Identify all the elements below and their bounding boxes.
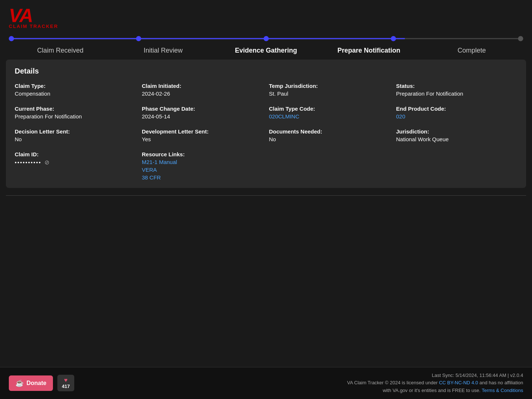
end-product-code-value: 020: [396, 113, 517, 120]
temp-jurisdiction-label: Temp Jurisdiction:: [269, 83, 390, 89]
claim-id-dots: ••••••••••: [15, 159, 42, 165]
detail-claim-id: Claim ID: •••••••••• ⊘: [15, 151, 136, 181]
step-label-3: Evidence Gathering: [215, 47, 318, 54]
header: VA CLAIM TRACKER: [0, 0, 532, 29]
details-title: Details: [15, 67, 517, 75]
current-phase-label: Current Phase:: [15, 106, 136, 112]
step-label-2: Initial Review: [112, 47, 215, 54]
detail-claim-initiated: Claim Initiated: 2024-02-26: [142, 83, 263, 97]
donate-label: Donate: [26, 380, 46, 386]
phase-change-date-value: 2024-05-14: [142, 113, 263, 120]
license-line: VA Claim Tracker © 2024 is licensed unde…: [347, 379, 523, 387]
footer: ☕ Donate ♥ 417 Last Sync: 5/14/2024, 11:…: [0, 367, 532, 399]
heart-count: 417: [62, 384, 70, 389]
progress-section: Claim Received Initial Review Evidence G…: [0, 34, 532, 60]
coffee-icon: ☕: [15, 379, 24, 387]
claim-id-label: Claim ID:: [15, 151, 136, 157]
detail-current-phase: Current Phase: Preparation For Notificat…: [15, 106, 136, 120]
details-card: Details Claim Type: Compensation Claim I…: [6, 60, 526, 188]
footer-line2-text: with VA.gov or it's entities and is FREE…: [383, 388, 481, 393]
license-text: VA Claim Tracker © 2024 is licensed unde…: [347, 380, 439, 385]
heart-badge[interactable]: ♥ 417: [57, 375, 74, 391]
status-value: Preparation For Notification: [396, 90, 517, 97]
claim-initiated-label: Claim Initiated:: [142, 83, 263, 89]
detail-status: Status: Preparation For Notification: [396, 83, 517, 97]
sync-text: Last Sync: 5/14/2024, 11:56:44 AM | v2.0…: [347, 372, 523, 380]
detail-decision-letter: Decision Letter Sent: No: [15, 128, 136, 142]
resource-link-38cfr[interactable]: 38 CFR: [142, 174, 263, 181]
documents-needed-value: No: [269, 136, 390, 142]
detail-claim-type-code: Claim Type Code: 020CLMINC: [269, 106, 390, 120]
current-phase-value: Preparation For Notification: [15, 113, 136, 120]
step-dot-3: [264, 36, 269, 41]
resource-links-label: Resource Links:: [142, 151, 263, 157]
detail-phase-change-date: Phase Change Date: 2024-05-14: [142, 106, 263, 120]
detail-claim-type: Claim Type: Compensation: [15, 83, 136, 97]
heart-icon: ♥: [64, 377, 68, 384]
jurisdiction-label: Jurisdiction:: [396, 128, 517, 135]
step-dot-5: [518, 36, 523, 41]
step-dot-2: [136, 36, 141, 41]
step-dot-1: [9, 36, 14, 41]
license-rest: and has no affiliation: [478, 380, 523, 385]
claim-type-code-label: Claim Type Code:: [269, 106, 390, 112]
claim-tracker-label: CLAIM TRACKER: [9, 24, 523, 29]
status-label: Status:: [396, 83, 517, 89]
footer-right: Last Sync: 5/14/2024, 11:56:44 AM | v2.0…: [347, 372, 523, 395]
step-label-4: Prepare Notification: [317, 47, 420, 54]
resource-links-list: M21-1 Manual VERA 38 CFR: [142, 159, 263, 181]
temp-jurisdiction-value: St. Paul: [269, 90, 390, 97]
steps-row: Claim Received Initial Review Evidence G…: [9, 43, 523, 60]
detail-end-product-code: End Product Code: 020: [396, 106, 517, 120]
resource-link-m21[interactable]: M21-1 Manual: [142, 159, 263, 165]
donate-button[interactable]: ☕ Donate: [9, 375, 53, 391]
detail-jurisdiction: Jurisdiction: National Work Queue: [396, 128, 517, 142]
step-label-5: Complete: [420, 47, 523, 54]
detail-dev-letter: Development Letter Sent: Yes: [142, 128, 263, 142]
step-label-1: Claim Received: [9, 47, 112, 54]
step-dot-4: [391, 36, 396, 41]
claim-type-code-value: 020CLMINC: [269, 113, 390, 120]
terms-conditions-link[interactable]: Terms & Conditions: [482, 388, 523, 393]
va-logo: VA CLAIM TRACKER: [9, 6, 523, 29]
footer-line2: with VA.gov or it's entities and is FREE…: [347, 387, 523, 395]
detail-temp-jurisdiction: Temp Jurisdiction: St. Paul: [269, 83, 390, 97]
details-grid: Claim Type: Compensation Claim Initiated…: [15, 83, 517, 181]
resource-link-vera[interactable]: VERA: [142, 167, 263, 173]
decision-letter-label: Decision Letter Sent:: [15, 128, 136, 135]
claim-initiated-value: 2024-02-26: [142, 90, 263, 97]
progress-track: [9, 34, 523, 43]
claim-type-value: Compensation: [15, 90, 136, 97]
claim-id-value-row: •••••••••• ⊘: [15, 159, 136, 166]
end-product-code-label: End Product Code:: [396, 106, 517, 112]
cc-license-link[interactable]: CC BY-NC-ND 4.0: [439, 380, 478, 385]
dev-letter-label: Development Letter Sent:: [142, 128, 263, 135]
claim-type-label: Claim Type:: [15, 83, 136, 89]
progress-dots-row: [9, 36, 523, 41]
documents-needed-label: Documents Needed:: [269, 128, 390, 135]
dev-letter-value: Yes: [142, 136, 263, 142]
eye-slash-icon[interactable]: ⊘: [44, 159, 49, 166]
footer-left: ☕ Donate ♥ 417: [9, 375, 74, 391]
phase-change-date-label: Phase Change Date:: [142, 106, 263, 112]
detail-documents-needed: Documents Needed: No: [269, 128, 390, 142]
footer-divider: [6, 195, 526, 196]
decision-letter-value: No: [15, 136, 136, 142]
jurisdiction-value: National Work Queue: [396, 136, 517, 142]
detail-resource-links: Resource Links: M21-1 Manual VERA 38 CFR: [142, 151, 263, 181]
va-logo-text: VA: [9, 6, 523, 25]
